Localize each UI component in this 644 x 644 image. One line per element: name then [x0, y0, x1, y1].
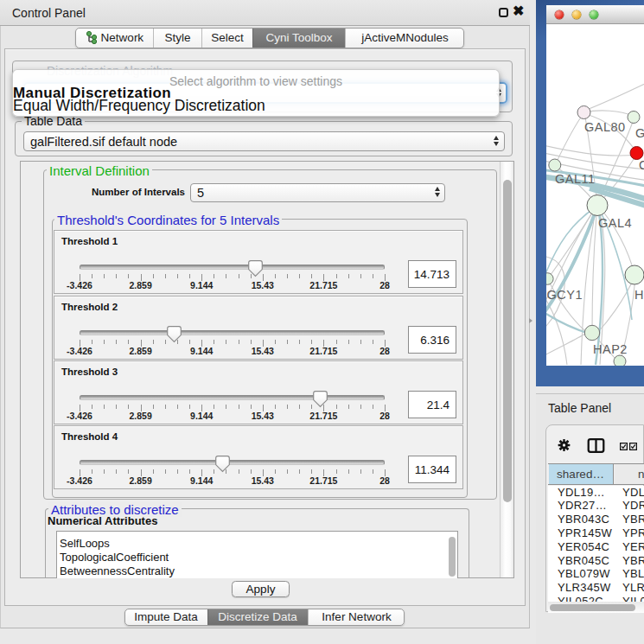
- svg-text:H: H: [634, 288, 644, 302]
- svg-text:C: C: [639, 158, 644, 172]
- svg-text:G.: G.: [635, 126, 644, 140]
- svg-text:HAP2: HAP2: [593, 342, 628, 356]
- svg-text:GAL11: GAL11: [555, 172, 596, 186]
- svg-text:GAL4: GAL4: [598, 216, 632, 230]
- svg-text:GCY1: GCY1: [546, 288, 583, 302]
- svg-text:GAL80: GAL80: [584, 120, 626, 134]
